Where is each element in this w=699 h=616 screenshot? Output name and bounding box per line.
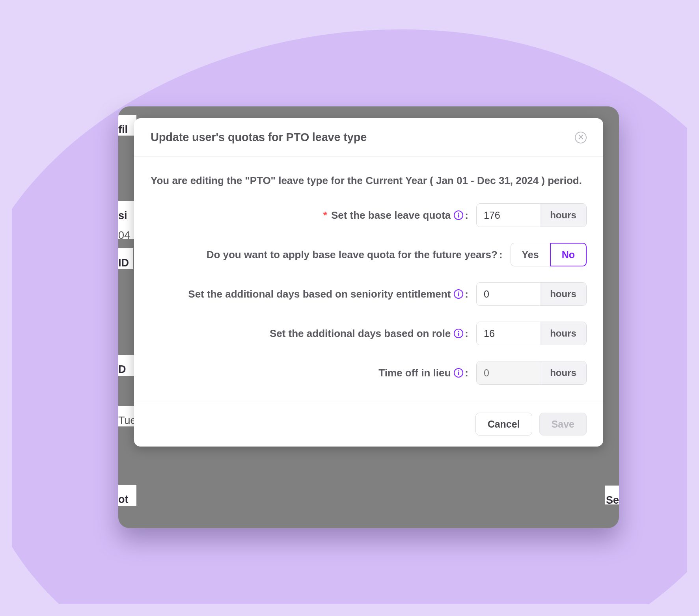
label-base-quota: * Set the base leave quota : [323,209,468,221]
info-icon[interactable] [454,329,463,338]
modal-intro: You are editing the "PTO" leave type for… [151,173,587,188]
input-role-group: hours [476,322,587,345]
row-base-quota: * Set the base leave quota : hours [151,203,587,227]
label-text: Time off in lieu [378,367,451,379]
label-text: Set the base leave quota [331,209,451,221]
colon: : [465,328,468,340]
svg-rect-3 [458,293,459,296]
modal-footer: Cancel Save [134,403,603,447]
input-base-quota[interactable] [477,204,540,227]
svg-point-6 [458,370,459,372]
unit-label: hours [540,283,586,305]
input-role[interactable] [477,322,540,345]
input-toil-group: hours [476,361,587,385]
row-seniority: Set the additional days based on seniori… [151,282,587,306]
stage: fil si 04 ID D Tue ot Se Update user's q… [0,0,699,616]
save-button[interactable]: Save [539,413,587,435]
info-icon[interactable] [454,368,463,378]
bg-text: si [118,201,134,221]
input-seniority-group: hours [476,282,587,306]
unit-label: hours [540,204,586,227]
label-role: Set the additional days based on role : [270,328,468,340]
info-icon[interactable] [454,210,463,220]
required-mark: * [323,209,327,221]
bg-text: ID [118,248,133,269]
input-base-quota-group: hours [476,203,587,227]
unit-label: hours [540,322,586,345]
future-years-yes[interactable]: Yes [511,243,550,266]
bg-text: ot [118,485,136,506]
bg-text: D [118,355,136,376]
colon: : [465,209,468,221]
svg-rect-7 [458,372,459,375]
row-future-years: Do you want to apply base leave quota fo… [151,243,587,266]
input-toil [477,361,540,384]
svg-point-2 [458,292,459,293]
bg-text: Tue [118,406,134,426]
svg-point-4 [458,331,459,332]
close-icon [578,134,583,141]
outer-card: fil si 04 ID D Tue ot Se Update user's q… [12,4,687,604]
close-button[interactable] [575,132,587,143]
svg-rect-5 [458,333,459,336]
update-quotas-modal: Update user's quotas for PTO leave type … [134,118,603,447]
modal-title: Update user's quotas for PTO leave type [151,131,367,144]
svg-rect-1 [458,214,459,218]
segmented-future-years: Yes No [511,243,587,266]
label-future-years: Do you want to apply base leave quota fo… [207,249,503,261]
colon: : [499,249,503,261]
cancel-button[interactable]: Cancel [475,413,532,435]
bg-text: 04 [118,221,134,239]
label-text: Do you want to apply base leave quota fo… [207,249,498,261]
info-icon[interactable] [454,289,463,299]
svg-point-0 [458,213,459,214]
label-toil: Time off in lieu : [378,367,468,379]
row-role: Set the additional days based on role : … [151,322,587,345]
input-seniority[interactable] [477,283,540,305]
label-seniority: Set the additional days based on seniori… [188,288,468,300]
row-toil: Time off in lieu : hours [151,361,587,385]
modal-body: You are editing the "PTO" leave type for… [134,157,603,403]
colon: : [465,288,468,300]
label-text: Set the additional days based on role [270,328,451,340]
colon: : [465,367,468,379]
unit-label: hours [540,361,586,384]
modal-header: Update user's quotas for PTO leave type [134,118,603,157]
future-years-no[interactable]: No [550,243,587,266]
app-window: fil si 04 ID D Tue ot Se Update user's q… [118,106,619,528]
label-text: Set the additional days based on seniori… [188,288,451,300]
bg-text: Se [605,486,619,504]
